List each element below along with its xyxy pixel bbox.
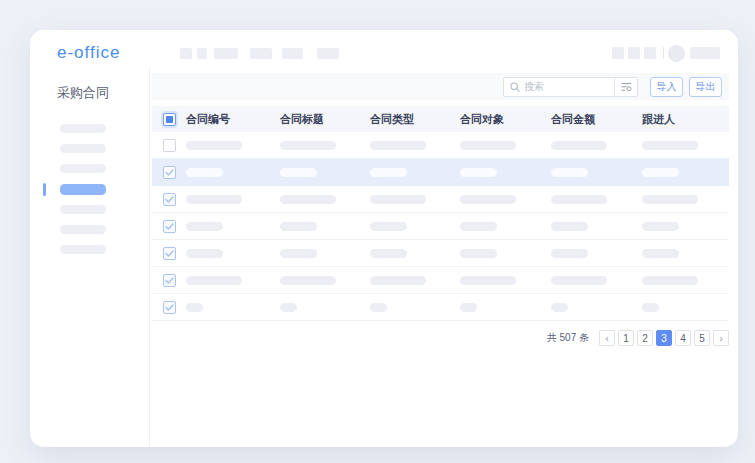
skeleton-bar [186, 276, 242, 285]
column-header[interactable]: 跟进人 [642, 112, 729, 127]
sidebar-item-active[interactable] [60, 184, 149, 195]
skeleton-bar [551, 249, 588, 258]
table-cell [370, 195, 460, 204]
skeleton-bar [370, 222, 407, 231]
sidebar-item-skeleton[interactable] [60, 245, 149, 254]
search-input[interactable]: 搜索 [503, 77, 638, 97]
skeleton-bar [280, 249, 317, 258]
skeleton-bar [551, 222, 588, 231]
skeleton-bar [460, 168, 497, 177]
sidebar-item-skeleton[interactable] [60, 225, 149, 234]
row-checkbox-cell [152, 247, 186, 260]
table-cell [370, 249, 460, 258]
row-checkbox[interactable] [163, 301, 176, 314]
row-checkbox[interactable] [163, 166, 176, 179]
row-checkbox-cell [152, 193, 186, 206]
avatar [668, 45, 685, 62]
menu-item-skeleton-bar [60, 245, 106, 254]
skeleton-bar [642, 141, 698, 150]
skeleton-bar [642, 249, 679, 258]
search-field[interactable]: 搜索 [504, 80, 614, 94]
row-checkbox-cell [152, 139, 186, 152]
skeleton-bar [551, 168, 588, 177]
column-header[interactable]: 合同标题 [280, 112, 370, 127]
table-cell [370, 303, 460, 312]
skeleton-bar [186, 222, 223, 231]
column-header[interactable]: 合同类型 [370, 112, 460, 127]
topbar-icon-placeholder [612, 47, 624, 59]
row-checkbox[interactable] [163, 220, 176, 233]
table-row[interactable] [152, 294, 729, 321]
row-checkbox[interactable] [163, 247, 176, 260]
skeleton-bar [186, 168, 223, 177]
export-button[interactable]: 导出 [689, 77, 722, 97]
page-button-5[interactable]: 5 [694, 330, 710, 346]
list-search-icon [621, 82, 632, 92]
menu-item-skeleton-bar [60, 205, 106, 214]
check-icon [165, 277, 174, 284]
column-header[interactable]: 合同编号 [186, 112, 280, 127]
row-checkbox[interactable] [163, 193, 176, 206]
skeleton-bar [642, 276, 698, 285]
table-cell [642, 222, 729, 231]
sidebar-item-skeleton[interactable] [60, 164, 149, 173]
sidebar-item-skeleton[interactable] [60, 205, 149, 214]
check-icon [165, 250, 174, 257]
table-cell [186, 222, 280, 231]
sidebar: 采购合同 [30, 68, 150, 447]
page-button-2[interactable]: 2 [637, 330, 653, 346]
table-cell [186, 168, 280, 177]
next-page-button[interactable]: › [713, 330, 729, 346]
active-item-indicator [43, 183, 46, 196]
nav-placeholder [282, 48, 303, 59]
table-cell [460, 276, 551, 285]
table-cell [186, 141, 280, 150]
table-row[interactable] [152, 132, 729, 159]
sidebar-item-skeleton[interactable] [60, 144, 149, 153]
prev-page-button[interactable]: ‹ [599, 330, 615, 346]
toolbar: 搜索 导入 导出 [152, 73, 729, 100]
advanced-search-button[interactable] [614, 78, 637, 96]
skeleton-bar [280, 141, 336, 150]
skeleton-bar [460, 141, 516, 150]
table-row[interactable] [152, 267, 729, 294]
row-checkbox-cell [152, 220, 186, 233]
table-row[interactable] [152, 186, 729, 213]
menu-item-skeleton-bar [60, 144, 106, 153]
skeleton-bar [642, 195, 698, 204]
menu-item-skeleton-bar [60, 225, 106, 234]
nav-placeholder [214, 48, 238, 59]
check-icon [165, 223, 174, 230]
table-cell [460, 222, 551, 231]
skeleton-bar [280, 195, 336, 204]
table-row[interactable] [152, 240, 729, 267]
table-row[interactable] [152, 159, 729, 186]
column-header[interactable]: 合同金额 [551, 112, 642, 127]
row-checkbox[interactable] [163, 139, 176, 152]
table-body [152, 132, 729, 321]
skeleton-bar [280, 303, 297, 312]
row-checkbox-cell [152, 274, 186, 287]
column-header[interactable]: 合同对象 [460, 112, 551, 127]
select-all-checkbox[interactable] [163, 113, 176, 126]
table-cell [551, 276, 642, 285]
table-cell [370, 141, 460, 150]
table-cell [642, 303, 729, 312]
row-checkbox[interactable] [163, 274, 176, 287]
skeleton-bar [551, 276, 607, 285]
table-cell [186, 195, 280, 204]
skeleton-bar [460, 303, 477, 312]
skeleton-bar [551, 195, 607, 204]
check-icon [165, 169, 174, 176]
check-icon [165, 196, 174, 203]
page-button-4[interactable]: 4 [675, 330, 691, 346]
page-button-3[interactable]: 3 [656, 330, 672, 346]
sidebar-item-skeleton[interactable] [60, 124, 149, 133]
skeleton-bar [460, 276, 516, 285]
page-button-1[interactable]: 1 [618, 330, 634, 346]
import-button[interactable]: 导入 [650, 77, 683, 97]
table-row[interactable] [152, 213, 729, 240]
table-cell [551, 168, 642, 177]
table-cell [186, 303, 280, 312]
table-cell [551, 141, 642, 150]
